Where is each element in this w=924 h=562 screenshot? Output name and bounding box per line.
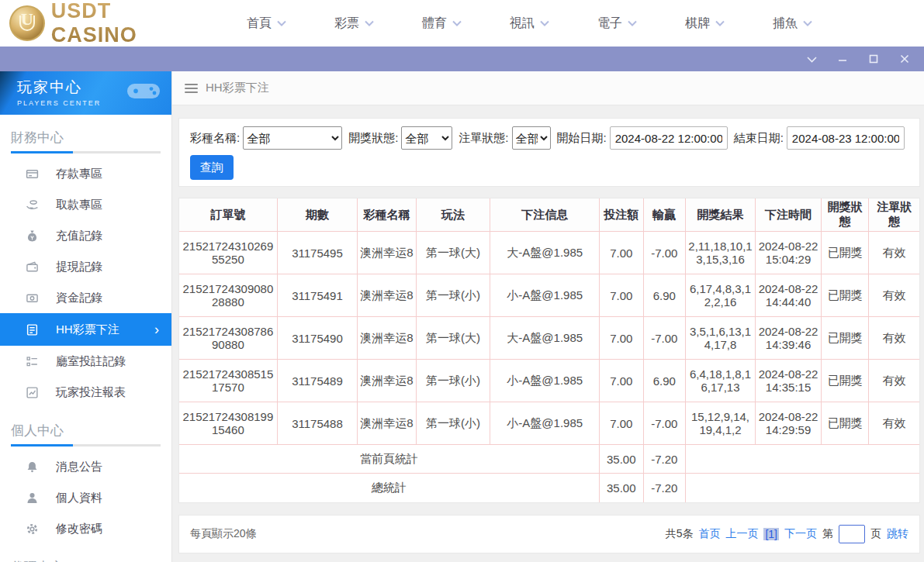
window-minimize-icon[interactable] [837,53,848,64]
list-icon [25,354,39,368]
summary-row: 總統計35.00-7.20 [179,474,919,502]
sidebar-item-label: 修改密碼 [56,522,102,536]
table-cell: 2,11,18,10,13,15,3,16 [686,232,756,274]
chevron-down-icon [628,20,637,26]
summary-row: 當前頁統計35.00-7.20 [179,445,919,474]
sidebar-item-announcements[interactable]: 消息公告 [0,451,171,482]
main-area: HH彩票下注 彩種名稱: 全部 開獎狀態: 全部 注單狀態: [172,71,924,562]
current-page-indicator: [1] [763,528,779,540]
sidebar-item-profile[interactable]: 個人資料 [0,482,171,513]
column-header: 下注信息 [490,198,600,232]
sidebar-item-deposit[interactable]: 存款專區 [0,158,171,189]
chevron-down-icon [365,20,374,26]
table-cell: -7.00 [643,402,686,445]
table-cell: 6.90 [643,274,686,317]
table-cell: 澳洲幸运8 [358,274,417,317]
table-cell: 2152172430851517570 [179,360,277,402]
next-page-link[interactable]: 下一页 [784,527,817,541]
sidebar-item-hh-lottery-bets[interactable]: HH彩票下注 › [0,313,171,346]
summary-winloss-total: -7.20 [643,474,686,502]
coin-logo-icon: U [9,5,45,41]
table-cell: 有效 [869,317,919,360]
window-maximize-icon[interactable] [868,53,879,64]
sidebar-item-cashout-records[interactable]: 提現記錄 [0,251,171,282]
table-cell: 2024-08-22 14:39:46 [755,317,821,360]
sidebar-item-fund-records[interactable]: 資金記錄 [0,282,171,313]
sidebar-item-recharge-records[interactable]: 充值記錄 [0,220,171,251]
main-nav: 首頁 彩票 體育 視訊 電子 棋牌 [247,16,812,32]
summary-label: 當前頁統計 [179,445,600,474]
nav-item-cards[interactable]: 棋牌 [685,16,725,32]
sidebar-item-label: HH彩票下注 [56,322,119,337]
column-header: 投注額 [600,198,643,232]
table-cell: 小-A盤@1.985 [490,274,600,317]
column-header: 開獎狀態 [822,198,869,232]
table-cell: 2024-08-22 14:44:40 [755,274,821,317]
lottery-name-label: 彩種名稱: [190,131,240,146]
table-cell: 澳洲幸运8 [358,402,417,445]
nav-label: 視訊 [510,16,535,32]
column-header: 期數 [277,198,357,232]
sidebar-item-label: 提現記錄 [56,260,102,274]
table-row: 215217243081991546031175488澳洲幸运8第一球(小)小-… [179,402,919,445]
user-icon [25,491,39,505]
window-close-icon[interactable] [899,53,910,64]
table-cell: 已開獎 [822,232,869,274]
table-cell: 第一球(小) [416,274,490,317]
bet-list-icon [25,322,39,336]
table-cell: 7.00 [600,274,643,317]
chevron-down-icon [452,20,462,26]
chevron-down-icon [540,20,549,26]
table-cell: 已開獎 [822,317,869,360]
sidebar-item-player-bet-report[interactable]: 玩家投注報表 [0,377,171,408]
lottery-name-select[interactable]: 全部 [243,126,342,150]
table-cell: 31175490 [277,317,357,360]
page-title: HH彩票下注 [206,81,269,95]
nav-item-slots[interactable]: 電子 [597,16,637,32]
sidebar-item-change-password[interactable]: 修改密碼 [0,513,171,544]
table-cell: 7.00 [600,232,643,274]
chevron-down-icon [277,20,286,26]
sidebar-item-label: 消息公告 [56,460,102,474]
prev-page-link[interactable]: 上一页 [725,527,758,541]
section-underline [11,151,161,153]
column-header: 訂單號 [179,198,277,232]
jump-button[interactable]: 跳转 [887,527,908,541]
table-cell: 31175489 [277,360,357,402]
column-header: 玩法 [416,198,490,232]
bank-card-icon [25,167,39,181]
first-page-link[interactable]: 首页 [698,527,720,541]
table-cell: 已開獎 [822,274,869,317]
page-size-text: 每頁顯示20條 [190,527,257,541]
table-row: 215217243087869088031175490澳洲幸运8第一球(大)大-… [179,317,919,360]
sidebar-item-hall-bet-records[interactable]: 廳室投註記錄 [0,346,171,377]
sidebar-header: 玩家中心 PLAYERS CENTER [0,71,171,115]
total-count-text: 共5条 [666,527,694,541]
nav-item-video[interactable]: 視訊 [510,16,549,32]
nav-item-home[interactable]: 首頁 [247,16,286,32]
section-title-agent: 代理中心 [0,544,171,562]
sidebar-item-label: 玩家投注報表 [56,385,126,400]
nav-item-sports[interactable]: 體育 [422,16,462,32]
bets-table-card: 訂單號期數彩種名稱玩法下注信息投注額輸贏開獎結果下注時間開獎狀態注單狀態 215… [178,198,920,503]
window-dropdown-icon[interactable] [806,53,817,64]
search-button[interactable]: 查詢 [190,155,234,180]
hamburger-menu-icon[interactable] [185,84,198,93]
table-cell: 2024-08-22 14:35:15 [755,360,821,402]
table-cell: 6.90 [643,360,686,402]
table-cell: 7.00 [600,360,643,402]
table-cell: 小-A盤@1.985 [490,360,600,402]
table-cell: 有效 [869,232,919,274]
draw-status-select[interactable]: 全部 [401,126,452,150]
table-cell: 2152172430819915460 [179,402,277,445]
page-jump-input[interactable] [839,525,865,543]
sidebar-item-withdraw[interactable]: 取款專區 [0,189,171,220]
table-cell: 2152172430878690880 [179,317,277,360]
start-date-input[interactable] [610,126,728,150]
nav-item-fishing[interactable]: 捕魚 [773,16,812,32]
nav-item-lottery[interactable]: 彩票 [334,16,374,32]
section-title-personal: 個人中心 [0,408,171,444]
order-status-select[interactable]: 全部 [512,126,551,150]
end-date-input[interactable] [787,126,905,150]
nav-label: 彩票 [334,16,359,32]
